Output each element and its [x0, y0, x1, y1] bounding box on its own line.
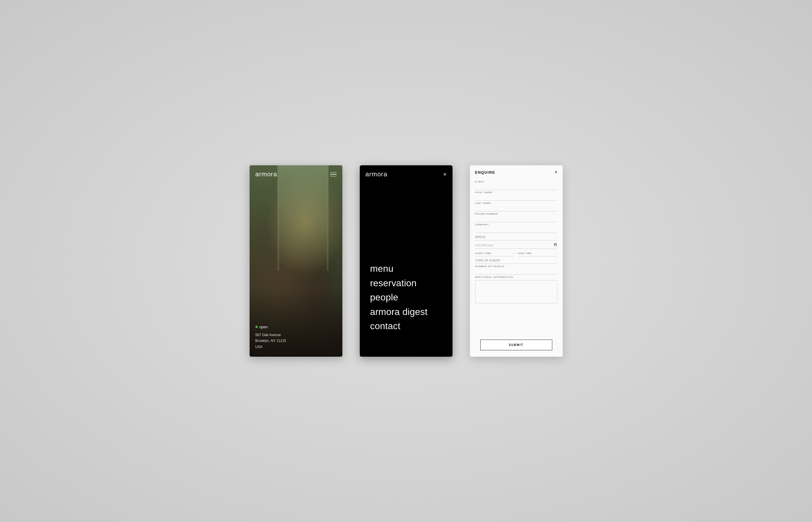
phone-field-group: PHONE NUMBER: [475, 213, 558, 222]
event-type-field-group: TYPE OF EVENT ⌵: [475, 258, 558, 264]
time-row: START TIME ⌵ - END TIME ⌵: [475, 250, 558, 256]
last-name-input[interactable]: [475, 205, 558, 212]
num-people-field-group: NUMBER OF PEOPLE: [475, 265, 558, 275]
start-time-group: START TIME ⌵: [475, 250, 514, 256]
open-status-text: open: [259, 325, 268, 329]
last-name-field-group: LAST NAME: [475, 202, 558, 212]
time-separator: -: [514, 251, 519, 256]
address-line-1: 567 Oak Avenue: [255, 333, 281, 337]
form-body: E-MAIL FIRST NAME LAST NAME PHONE NUMBER…: [470, 178, 563, 337]
start-time-select-wrapper: START TIME ⌵: [475, 250, 514, 256]
submit-button[interactable]: SUBMIT: [480, 340, 552, 350]
phone-label: PHONE NUMBER: [475, 213, 558, 215]
first-name-label: FIRST NAME: [475, 191, 558, 194]
company-label: COMPANY: [475, 223, 558, 226]
nav-item-armora-digest[interactable]: armora digest: [370, 305, 442, 319]
additional-info-label: ADDITIONAL INFORMATION: [475, 276, 558, 278]
menu-close-button[interactable]: ×: [443, 172, 447, 177]
space-select-wrapper: SPACE ⌵: [475, 234, 558, 240]
space-field-group: SPACE ⌵: [475, 234, 558, 240]
form-close-button[interactable]: ×: [555, 170, 557, 175]
event-type-select[interactable]: TYPE OF EVENT: [475, 258, 558, 264]
nav-item-contact[interactable]: contact: [370, 319, 442, 334]
end-time-select[interactable]: END TIME: [518, 251, 557, 256]
hamburger-line-1: [330, 172, 337, 173]
additional-info-field-group: ADDITIONAL INFORMATION: [475, 276, 558, 304]
nav-item-people[interactable]: people: [370, 290, 442, 305]
company-field-group: COMPANY: [475, 223, 558, 233]
panel-enquire-form: ENQUIRE × E-MAIL FIRST NAME LAST NAME PH…: [470, 165, 563, 357]
num-people-label: NUMBER OF PEOPLE: [475, 265, 558, 268]
address-line-2: Brooklyn, NY 11215: [255, 339, 286, 343]
start-time-select[interactable]: START TIME: [475, 251, 514, 256]
num-people-input[interactable]: [475, 268, 558, 275]
space-select[interactable]: SPACE: [475, 234, 558, 240]
phone-header: armora: [250, 165, 342, 183]
event-type-select-wrapper: TYPE OF EVENT ⌵: [475, 258, 558, 264]
first-name-input[interactable]: [475, 194, 558, 201]
phone-input[interactable]: [475, 216, 558, 222]
phone-footer: open 567 Oak Avenue Brooklyn, NY 11215 U…: [250, 320, 342, 357]
email-label: E-MAIL: [475, 180, 558, 183]
email-field-group: E-MAIL: [475, 180, 558, 190]
date-input[interactable]: [475, 242, 558, 249]
date-field-group: [475, 242, 558, 249]
form-header: ENQUIRE ×: [470, 165, 563, 178]
brand-logo: armora: [255, 170, 277, 178]
panel-restaurant-photo: armora open 567 Oak Avenue Brooklyn, NY …: [250, 165, 342, 357]
main-navigation: menu reservation people armora digest co…: [360, 262, 453, 334]
hamburger-line-3: [330, 176, 337, 177]
form-footer: SUBMIT: [470, 337, 563, 357]
menu-header: armora ×: [360, 165, 453, 183]
open-indicator-dot: [255, 326, 258, 328]
form-title: ENQUIRE: [475, 170, 496, 175]
nav-item-menu[interactable]: menu: [370, 262, 442, 276]
company-input[interactable]: [475, 226, 558, 233]
end-time-select-wrapper: END TIME ⌵: [518, 250, 557, 256]
end-time-group: END TIME ⌵: [518, 250, 557, 256]
hamburger-line-2: [330, 174, 337, 175]
open-status-badge: open: [255, 325, 337, 329]
nav-item-reservation[interactable]: reservation: [370, 276, 442, 290]
panel-menu-overlay: armora × menu reservation people armora …: [360, 165, 453, 357]
address-block: 567 Oak Avenue Brooklyn, NY 11215 USA: [255, 332, 337, 350]
hamburger-menu-button[interactable]: [330, 172, 337, 177]
additional-info-textarea[interactable]: [475, 280, 558, 303]
menu-brand-logo: armora: [366, 170, 388, 178]
last-name-label: LAST NAME: [475, 202, 558, 204]
first-name-field-group: FIRST NAME: [475, 191, 558, 201]
address-line-3: USA: [255, 345, 263, 349]
email-input[interactable]: [475, 184, 558, 190]
